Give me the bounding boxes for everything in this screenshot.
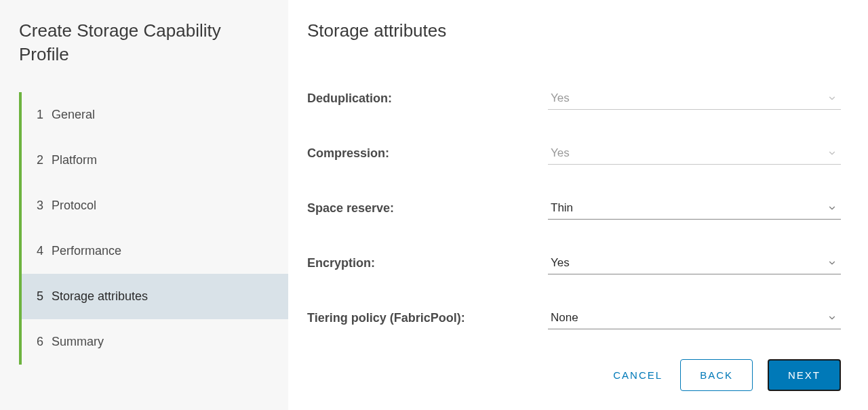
select-compression[interactable]: Yes: [548, 142, 841, 165]
step-summary[interactable]: 6 Summary: [22, 319, 288, 365]
wizard-footer: CANCEL BACK NEXT: [610, 359, 841, 391]
back-button[interactable]: BACK: [680, 359, 753, 391]
label-space-reserve: Space reserve:: [307, 201, 548, 216]
label-tiering-policy: Tiering policy (FabricPool):: [307, 311, 548, 325]
step-number: 1: [37, 108, 43, 122]
step-general[interactable]: 1 General: [22, 92, 288, 138]
label-deduplication: Deduplication:: [307, 91, 548, 106]
label-encryption: Encryption:: [307, 256, 548, 270]
label-compression: Compression:: [307, 146, 548, 161]
wizard-sidebar: Create Storage Capability Profile 1 Gene…: [0, 0, 288, 410]
step-platform[interactable]: 2 Platform: [22, 138, 288, 183]
step-number: 3: [37, 199, 43, 213]
step-label: Platform: [52, 153, 97, 167]
select-value: None: [551, 311, 578, 325]
step-label: Storage attributes: [52, 289, 148, 304]
main-content: Storage attributes Deduplication: Yes Co…: [288, 0, 868, 410]
select-value: Thin: [551, 201, 573, 215]
chevron-down-icon: [827, 258, 837, 268]
select-value: Yes: [551, 256, 570, 270]
step-performance[interactable]: 4 Performance: [22, 228, 288, 274]
select-encryption[interactable]: Yes: [548, 252, 841, 274]
select-tiering-policy[interactable]: None: [548, 307, 841, 329]
step-storage-attributes[interactable]: 5 Storage attributes: [22, 274, 288, 319]
select-deduplication[interactable]: Yes: [548, 87, 841, 110]
step-label: Protocol: [52, 199, 96, 213]
step-label: Performance: [52, 244, 121, 258]
step-number: 5: [37, 289, 43, 304]
storage-attributes-form: Deduplication: Yes Compression: Yes Spac…: [307, 87, 841, 329]
step-label: Summary: [52, 335, 104, 349]
cancel-button[interactable]: CANCEL: [610, 363, 665, 388]
select-value: Yes: [551, 91, 570, 105]
chevron-down-icon: [827, 313, 837, 323]
chevron-down-icon: [827, 148, 837, 158]
wizard-steps: 1 General 2 Platform 3 Protocol 4 Perfor…: [19, 92, 288, 365]
form-row-deduplication: Deduplication: Yes: [307, 87, 841, 110]
step-protocol[interactable]: 3 Protocol: [22, 183, 288, 228]
chevron-down-icon: [827, 94, 837, 103]
form-row-compression: Compression: Yes: [307, 142, 841, 165]
step-number: 6: [37, 335, 43, 349]
form-row-encryption: Encryption: Yes: [307, 252, 841, 274]
chevron-down-icon: [827, 203, 837, 213]
page-title: Storage attributes: [307, 20, 841, 41]
form-row-tiering-policy: Tiering policy (FabricPool): None: [307, 307, 841, 329]
select-value: Yes: [551, 146, 570, 160]
select-space-reserve[interactable]: Thin: [548, 197, 841, 220]
wizard-title: Create Storage Capability Profile: [19, 19, 288, 66]
step-label: General: [52, 108, 95, 122]
step-number: 4: [37, 244, 43, 258]
next-button[interactable]: NEXT: [768, 359, 841, 391]
form-row-space-reserve: Space reserve: Thin: [307, 197, 841, 220]
step-number: 2: [37, 153, 43, 167]
